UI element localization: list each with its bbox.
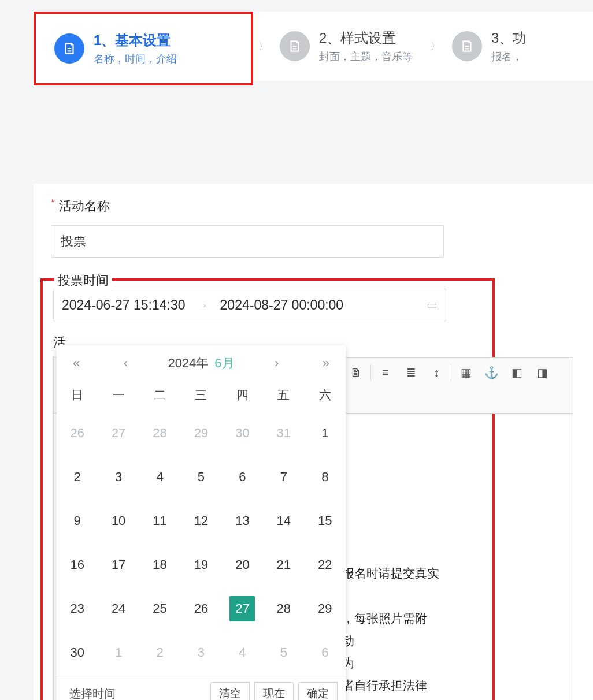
calendar-day[interactable]: 18 bbox=[139, 543, 180, 587]
calendar-day[interactable]: 30 bbox=[57, 631, 98, 675]
calendar-day[interactable]: 26 bbox=[57, 411, 98, 455]
calendar-day[interactable]: 4 bbox=[222, 631, 263, 675]
calendar-day[interactable]: 31 bbox=[263, 411, 304, 455]
calendar-day[interactable]: 22 bbox=[305, 543, 346, 587]
weekday-header: 三 bbox=[180, 379, 221, 411]
weekday-header: 五 bbox=[263, 379, 304, 411]
float-right-icon[interactable]: ◨ bbox=[530, 361, 554, 384]
end-datetime: 2024-08-27 00:00:00 bbox=[220, 297, 344, 313]
calendar-day[interactable]: 30 bbox=[222, 411, 263, 455]
calendar-day[interactable]: 19 bbox=[180, 543, 221, 587]
calendar-day[interactable]: 29 bbox=[305, 587, 346, 631]
calendar-day[interactable]: 9 bbox=[57, 499, 98, 543]
calendar-day[interactable]: 1 bbox=[98, 631, 139, 675]
calendar-day[interactable]: 24 bbox=[98, 587, 139, 631]
calendar-day[interactable]: 8 bbox=[305, 455, 346, 499]
arrow-right-icon: → bbox=[197, 299, 209, 312]
calendar-icon: ▭ bbox=[427, 298, 438, 312]
calendar-day[interactable]: 14 bbox=[263, 499, 304, 543]
step-function-settings[interactable]: 3、功 报名， bbox=[450, 24, 536, 68]
calendar-day[interactable]: 28 bbox=[263, 587, 304, 631]
prev-year-button[interactable]: « bbox=[69, 353, 83, 373]
calendar-day[interactable]: 16 bbox=[57, 543, 98, 587]
now-button[interactable]: 现在 bbox=[254, 682, 294, 700]
calendar-day[interactable]: 20 bbox=[222, 543, 263, 587]
voting-time-section: 投票时间 2024-06-27 15:14:30 → 2024-08-27 00… bbox=[46, 281, 492, 700]
calendar-grid: 日一二三四五六 26272829303112345678910111213141… bbox=[57, 379, 346, 675]
calendar-day[interactable]: 23 bbox=[57, 587, 98, 631]
step-subtitle: 封面，主题，音乐等 bbox=[319, 50, 413, 64]
align-center-icon[interactable]: ≣ bbox=[399, 361, 423, 384]
page-icon[interactable]: 🗎 bbox=[344, 361, 368, 384]
align-left-icon[interactable]: ≡ bbox=[373, 361, 398, 384]
voting-time-label: 投票时间 bbox=[54, 272, 112, 289]
calendar-day[interactable]: 12 bbox=[180, 499, 221, 543]
calendar-day[interactable]: 27 bbox=[98, 411, 139, 455]
step-title: 1、基本设置 bbox=[94, 31, 177, 50]
activity-name-input[interactable] bbox=[51, 225, 444, 258]
form-icon bbox=[54, 33, 84, 64]
calendar-day[interactable]: 15 bbox=[305, 499, 346, 543]
step-subtitle: 名称，时间，介绍 bbox=[94, 52, 177, 66]
form-icon bbox=[280, 31, 310, 61]
calendar-day[interactable]: 21 bbox=[263, 543, 304, 587]
step-subtitle: 报名， bbox=[491, 50, 527, 64]
calendar-day[interactable]: 6 bbox=[222, 455, 263, 499]
calendar-day[interactable]: 13 bbox=[222, 499, 263, 543]
line-height-icon[interactable]: ↕ bbox=[424, 361, 449, 384]
calendar-year[interactable]: 2024年 bbox=[168, 355, 209, 372]
calendar-month[interactable]: 6月 bbox=[214, 355, 234, 372]
clear-button[interactable]: 清空 bbox=[210, 682, 250, 700]
calendar-day[interactable]: 27 bbox=[222, 587, 263, 631]
weekday-header: 一 bbox=[98, 379, 139, 411]
prev-month-button[interactable]: ‹ bbox=[120, 353, 131, 373]
calendar-day[interactable]: 10 bbox=[98, 499, 139, 543]
step-title: 2、样式设置 bbox=[319, 29, 413, 47]
calendar-day[interactable]: 7 bbox=[263, 455, 304, 499]
activity-name-label: *活动名称 bbox=[51, 198, 576, 215]
ok-button[interactable]: 确定 bbox=[298, 682, 338, 700]
calendar-day[interactable]: 5 bbox=[263, 631, 304, 675]
calendar-day[interactable]: 11 bbox=[139, 499, 180, 543]
chevron-right-icon: 〉 bbox=[258, 39, 269, 54]
step-style-settings[interactable]: 2、样式设置 封面，主题，音乐等 bbox=[277, 24, 422, 68]
calendar-day[interactable]: 3 bbox=[98, 455, 139, 499]
weekday-header: 二 bbox=[139, 379, 180, 411]
calendar-day[interactable]: 4 bbox=[139, 455, 180, 499]
calendar-day[interactable]: 29 bbox=[180, 411, 221, 455]
float-left-icon[interactable]: ◧ bbox=[505, 361, 529, 384]
calendar-day[interactable]: 17 bbox=[98, 543, 139, 587]
calendar-day[interactable]: 28 bbox=[139, 411, 180, 455]
weekday-header: 日 bbox=[57, 379, 98, 411]
calendar-day[interactable]: 1 bbox=[305, 411, 346, 455]
calendar-day[interactable]: 3 bbox=[180, 631, 221, 675]
weekday-header: 四 bbox=[222, 379, 263, 411]
table-icon[interactable]: ▦ bbox=[454, 361, 478, 384]
chevron-right-icon: 〉 bbox=[430, 39, 442, 54]
step-title: 3、功 bbox=[491, 29, 527, 47]
step-basic-settings[interactable]: 1、基本设置 名称，时间，介绍 bbox=[34, 12, 253, 85]
calendar-day[interactable]: 5 bbox=[180, 455, 221, 499]
calendar-day[interactable]: 2 bbox=[57, 455, 98, 499]
calendar-day[interactable]: 2 bbox=[139, 631, 180, 675]
form-content: *活动名称 投票时间 2024-06-27 15:14:30 → 2024-08… bbox=[34, 184, 593, 700]
calendar-day[interactable]: 6 bbox=[305, 631, 346, 675]
weekday-header: 六 bbox=[305, 379, 346, 411]
calendar-day[interactable]: 25 bbox=[139, 587, 180, 631]
select-time-button[interactable]: 选择时间 bbox=[65, 683, 120, 701]
next-month-button[interactable]: › bbox=[271, 353, 282, 373]
start-datetime: 2024-06-27 15:14:30 bbox=[62, 297, 186, 313]
next-year-button[interactable]: » bbox=[319, 353, 333, 373]
anchor-icon[interactable]: ⚓ bbox=[479, 361, 503, 384]
calendar-popover: « ‹ 2024年 6月 › » 日一二三四五六 262728293031123… bbox=[57, 345, 346, 700]
calendar-day[interactable]: 26 bbox=[180, 587, 221, 631]
date-range-input[interactable]: 2024-06-27 15:14:30 → 2024-08-27 00:00:0… bbox=[53, 289, 446, 321]
form-icon bbox=[452, 31, 482, 61]
